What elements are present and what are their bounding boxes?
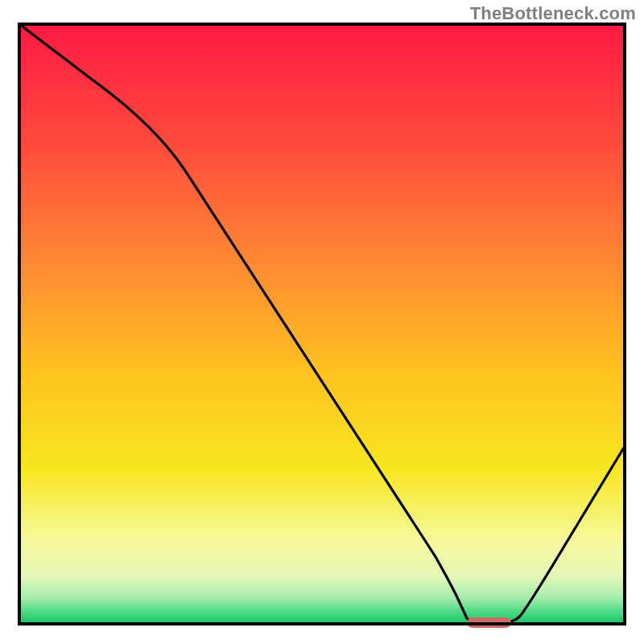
chart-canvas: TheBottleneck.com: [0, 0, 644, 644]
chart-svg: [0, 0, 644, 644]
gradient-background: [19, 24, 625, 624]
